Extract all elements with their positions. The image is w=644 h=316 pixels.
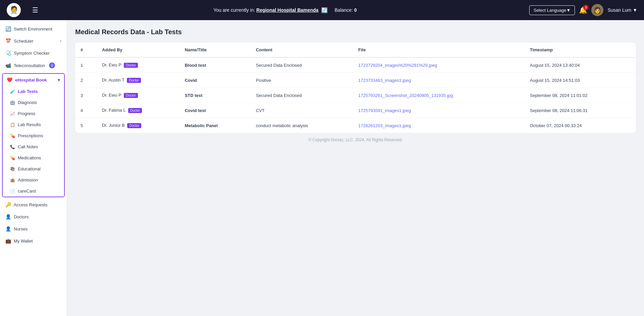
progress-icon: 📈 xyxy=(10,111,15,116)
sidebar-item-lab-results[interactable]: 📋 Lab Results xyxy=(3,119,64,130)
sidebar-item-prescriptions[interactable]: 💊 Prescriptions xyxy=(3,130,64,141)
cell-timestamp: September 08, 2024 11:06:31 xyxy=(525,103,636,118)
cell-num: 5 xyxy=(75,118,97,133)
cell-name: Metabolic Panel xyxy=(179,118,250,133)
access-requests-icon: 🔑 xyxy=(5,202,11,207)
doctor-badge: Doctor xyxy=(127,123,141,128)
sidebar-item-progress[interactable]: 📈 Progress xyxy=(3,108,64,119)
hospital-name: Regional Hospital Bamenda xyxy=(256,7,318,13)
cell-timestamp: August 15, 2024 14:51:03 xyxy=(525,73,636,88)
header: 🧑‍⚕️ ☰ You are currently in: Regional Ho… xyxy=(0,0,644,20)
educational-icon: 📚 xyxy=(10,167,15,171)
cell-name: STD test xyxy=(179,88,250,103)
sidebar-item-medications[interactable]: 💊 Medications xyxy=(3,152,64,163)
sidebar-item-symptom-checker[interactable]: 🩺 Symptom Checker xyxy=(0,47,67,59)
notification-button[interactable]: 🔔 8 xyxy=(579,6,587,14)
sidebar-item-doctors[interactable]: 👤 Doctors xyxy=(0,211,67,223)
col-name: Name/Title xyxy=(179,43,250,57)
diagnosis-icon: 🏥 xyxy=(10,100,15,105)
diagnosis-label: Diagnosis xyxy=(18,100,37,105)
doctor-name: Dr. Junior B xyxy=(102,123,125,128)
sidebar-item-teleconsultation[interactable]: 📹 Teleconsultation 0 xyxy=(0,59,67,72)
sidebar-item-lab-tests[interactable]: 🧪 Lab Tests xyxy=(3,86,64,97)
doctor-name: Dr. Austin T xyxy=(102,77,125,83)
ehospital-chevron: ▾ xyxy=(58,77,60,83)
lab-results-icon: 📋 xyxy=(10,122,15,127)
file-link[interactable]: 1723729204_images%20%281%29.jpeg xyxy=(358,63,437,68)
file-link[interactable]: 1725793591_images1.jpeg xyxy=(358,108,411,113)
table-row: 3 Dr. Ewu P Doctor STD test Secured Data… xyxy=(75,88,636,103)
cell-num: 2 xyxy=(75,73,97,88)
admission-label: Admission xyxy=(18,177,38,182)
file-link[interactable]: 1723733463_images1.jpeg xyxy=(358,78,411,83)
symptom-checker-icon: 🩺 xyxy=(5,50,11,56)
cell-num: 4 xyxy=(75,103,97,118)
sidebar-label-teleconsultation: Teleconsultation xyxy=(14,63,45,68)
doctor-name: Dr. Ewu P xyxy=(102,93,121,98)
col-file: File xyxy=(353,43,525,57)
user-name[interactable]: Susan Lum ▼ xyxy=(607,7,637,13)
prescriptions-icon: 💊 xyxy=(10,134,15,138)
header-right: Select Language▼ 🔔 8 👩 Susan Lum ▼ xyxy=(529,4,637,16)
lab-tests-table: # Added By Name/Title Content File Times… xyxy=(75,43,636,133)
cell-file[interactable]: 1723733463_images1.jpeg xyxy=(353,73,525,88)
sidebar-item-diagnosis[interactable]: 🏥 Diagnosis xyxy=(3,97,64,108)
table-row: 1 Dr. Ewu P Doctor Blood test Secured Da… xyxy=(75,57,636,73)
table-row: 4 Dr. Fatima L Doctor Covid test CVT 172… xyxy=(75,103,636,118)
file-link[interactable]: 1728261203_images1.jpeg xyxy=(358,123,411,128)
sidebar-item-my-wallet[interactable]: 💼 My Wallet xyxy=(0,235,67,247)
cell-timestamp: October 07, 2024 00:33:24 xyxy=(525,118,636,133)
my-wallet-label: My Wallet xyxy=(14,239,33,244)
refresh-icon[interactable]: 🔄 xyxy=(321,7,328,13)
sidebar: 🔄 Switch Environment 📅 Scheduler › 🩺 Sym… xyxy=(0,20,67,316)
sidebar-label-switch-environment: Switch Environment xyxy=(14,27,52,32)
ehospital-section: ❤️ eHospital Book ▾ 🧪 Lab Tests 🏥 Diagno… xyxy=(2,73,65,197)
table-body: 1 Dr. Ewu P Doctor Blood test Secured Da… xyxy=(75,57,636,133)
sidebar-item-switch-environment[interactable]: 🔄 Switch Environment xyxy=(0,23,67,35)
cell-file[interactable]: 1725793591_images1.jpeg xyxy=(353,103,525,118)
table-row: 2 Dr. Austin T Doctor Covid Positive 172… xyxy=(75,73,636,88)
lab-results-label: Lab Results xyxy=(18,122,41,127)
notification-badge: 8 xyxy=(583,5,589,10)
nurses-icon: 👤 xyxy=(5,226,11,231)
hamburger-button[interactable]: ☰ xyxy=(30,3,41,17)
access-requests-label: Access Requests xyxy=(14,202,47,207)
lab-tests-table-card: # Added By Name/Title Content File Times… xyxy=(75,43,636,133)
test-name: Metabolic Panel xyxy=(185,123,217,128)
cell-added-by: Dr. Junior B Doctor xyxy=(97,118,180,133)
col-added-by: Added By xyxy=(97,43,180,57)
file-link[interactable]: 1725793261_Screenshot_20240905_131935.jp… xyxy=(358,93,453,98)
my-wallet-icon: 💼 xyxy=(5,238,11,244)
cell-file[interactable]: 1725793261_Screenshot_20240905_131935.jp… xyxy=(353,88,525,103)
medications-label: Medications xyxy=(18,155,41,160)
footer-text: © Copyright Doctaz, LLC. 2024. All Right… xyxy=(308,138,403,142)
cell-file[interactable]: 1723729204_images%20%281%29.jpeg xyxy=(353,57,525,73)
cell-name: Covid test xyxy=(179,103,250,118)
progress-label: Progress xyxy=(18,111,35,116)
sidebar-item-nurses[interactable]: 👤 Nurses xyxy=(0,223,67,235)
sidebar-item-carecard[interactable]: 📄 careCard xyxy=(3,186,64,197)
prescriptions-label: Prescriptions xyxy=(18,133,43,138)
doctors-label: Doctors xyxy=(14,214,29,219)
test-name: Blood test xyxy=(185,63,206,68)
scheduler-chevron: › xyxy=(60,39,61,43)
test-name: STD test xyxy=(185,93,202,98)
language-button[interactable]: Select Language▼ xyxy=(529,5,575,15)
ehospital-header[interactable]: ❤️ eHospital Book ▾ xyxy=(3,74,64,86)
main-content: Medical Records Data - Lab Tests # Added… xyxy=(67,20,644,316)
ehospital-label: eHospital Book xyxy=(15,77,47,83)
sidebar-item-call-notes[interactable]: 📞 Call Notes xyxy=(3,141,64,152)
nurses-label: Nurses xyxy=(14,226,28,231)
cell-num: 1 xyxy=(75,57,97,73)
carecard-icon: 📄 xyxy=(10,189,15,194)
doctor-name: Dr. Ewu P xyxy=(102,62,121,67)
sidebar-item-educational[interactable]: 📚 Educational xyxy=(3,163,64,174)
sidebar-item-scheduler[interactable]: 📅 Scheduler › xyxy=(0,35,67,47)
cell-file[interactable]: 1728261203_images1.jpeg xyxy=(353,118,525,133)
educational-label: Educational xyxy=(18,166,41,171)
header-center: You are currently in: Regional Hospital … xyxy=(46,7,524,13)
sidebar-item-admission[interactable]: 🏨 Admission xyxy=(3,174,64,186)
ehospital-subitems: 🧪 Lab Tests 🏥 Diagnosis 📈 Progress 📋 Lab… xyxy=(3,86,64,197)
sidebar-item-access-requests[interactable]: 🔑 Access Requests xyxy=(0,199,67,211)
lab-tests-label: Lab Tests xyxy=(18,89,38,94)
